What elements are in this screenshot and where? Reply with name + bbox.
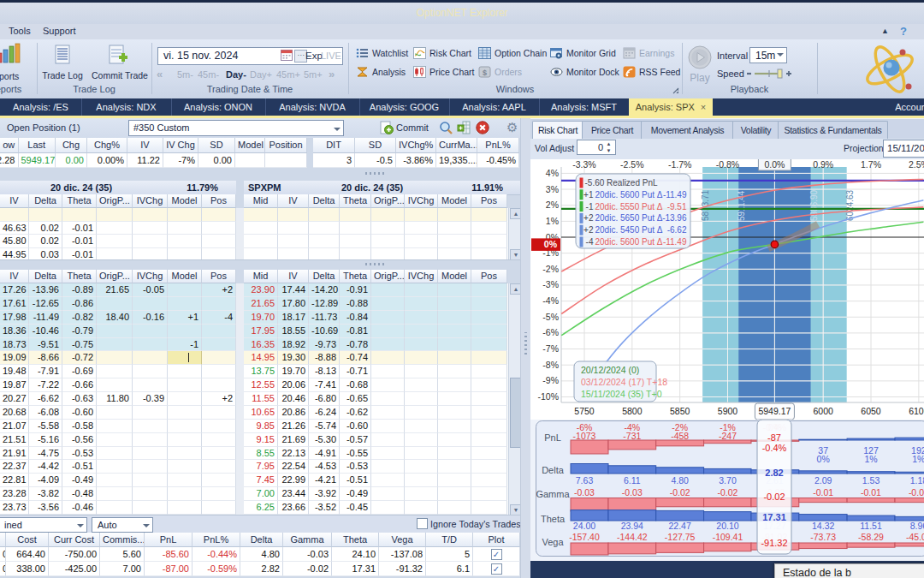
nav-step-5m[interactable]: 5m- bbox=[177, 69, 193, 80]
chain-cell: -0.71 bbox=[340, 365, 371, 378]
ribbon-collapse-icon[interactable]: ▲ bbox=[881, 27, 893, 35]
chain-cell bbox=[97, 406, 133, 420]
chain-cell: 21.69 bbox=[278, 433, 309, 447]
analysis-button[interactable]: Analysis bbox=[372, 67, 406, 77]
ribbon-group-separator bbox=[817, 43, 818, 94]
nav-step-Day[interactable]: Day- bbox=[226, 69, 246, 80]
tab-statistics-fundamentals[interactable]: Statistics & Fundamentals bbox=[778, 121, 888, 139]
chain-cell bbox=[471, 474, 507, 487]
tab-analysis-ndx[interactable]: Analysis: NDX bbox=[81, 98, 172, 116]
delete-icon[interactable] bbox=[476, 121, 489, 134]
summary-splitter[interactable] bbox=[0, 168, 520, 178]
strategy-select[interactable]: #350 Custom bbox=[128, 120, 344, 136]
menu-item-support[interactable]: Support bbox=[43, 26, 76, 36]
calendar-icon[interactable] bbox=[281, 50, 293, 61]
plot-checkbox-icon[interactable]: ✓ bbox=[491, 563, 502, 575]
tab-volatility[interactable]: Volatility bbox=[732, 121, 779, 139]
svg-text:-10%: -10% bbox=[537, 391, 559, 402]
menu-item-tools[interactable]: Tools bbox=[9, 26, 31, 36]
upper-chain-scrollbar[interactable]: ▲▼ bbox=[508, 208, 521, 259]
chain-cell: 18.92 bbox=[278, 338, 309, 352]
tab-analysis-spx[interactable]: Analysis: SPX× bbox=[629, 98, 713, 116]
commit-trade-button[interactable]: Commit Trade bbox=[90, 70, 150, 80]
chain-cell: 10.65 bbox=[244, 406, 278, 420]
spin-down-icon[interactable]: ▼ bbox=[604, 147, 613, 154]
position-mode-select[interactable]: ined bbox=[0, 517, 87, 533]
chain-cell bbox=[371, 283, 405, 297]
trades-cell-c0: 0 bbox=[0, 547, 6, 562]
tab-close-icon[interactable]: × bbox=[701, 102, 706, 112]
checkbox-icon[interactable] bbox=[417, 518, 428, 529]
account-label[interactable]: Account bbox=[895, 98, 924, 116]
svg-text:-3.3%: -3.3% bbox=[572, 159, 595, 170]
tab-analysis-msft[interactable]: Analysis: MSFT bbox=[539, 98, 630, 116]
svg-text:1%: 1% bbox=[546, 216, 559, 226]
svg-text:-247: -247 bbox=[719, 431, 737, 441]
lower-chain-scrollbar[interactable]: ▲▼ bbox=[508, 283, 521, 515]
spin-up-icon[interactable]: ▲ bbox=[604, 140, 613, 147]
nav-step-45m[interactable]: 45m- bbox=[198, 69, 219, 80]
chain-cell bbox=[202, 365, 236, 378]
risk-chart[interactable]: 5873.715911.445986.906024.63-5.60 Realiz… bbox=[530, 159, 924, 420]
greek-bar bbox=[895, 498, 924, 503]
tab-analysis-onon[interactable]: Analysis: ONON bbox=[171, 98, 266, 116]
tab-movement-analysis[interactable]: Movement Analysis bbox=[641, 121, 734, 139]
trading-date-field[interactable]: vi. 15 nov. 2024⋯ExpLIVE bbox=[157, 47, 343, 65]
chain-cell: -4.91 bbox=[309, 447, 340, 461]
exp-button[interactable]: Exp bbox=[305, 51, 323, 61]
monitor-grid-button[interactable]: Monitor Grid bbox=[566, 48, 616, 58]
trades-cell-pnlpct: -0.59% bbox=[192, 562, 240, 576]
tab-risk-chart[interactable]: Risk Chart bbox=[532, 121, 583, 140]
search-icon[interactable] bbox=[439, 121, 453, 134]
live-button[interactable]: LIVE bbox=[321, 51, 341, 61]
step-forward-icon[interactable]: » bbox=[329, 68, 342, 80]
ignore-trades-checkbox[interactable] bbox=[417, 518, 428, 529]
chain-cell: -14.20 bbox=[309, 283, 340, 297]
play-button[interactable] bbox=[688, 45, 712, 69]
tab-price-chart[interactable]: Price Chart bbox=[582, 121, 643, 139]
chain-cell bbox=[202, 378, 236, 392]
price-chart-icon bbox=[413, 66, 427, 79]
export-grid-icon[interactable] bbox=[457, 121, 471, 134]
monitor-dock-button[interactable]: Monitor Dock bbox=[566, 67, 619, 77]
tab-analysis-goog[interactable]: Analysis: GOOG bbox=[359, 98, 450, 116]
option-chain-button[interactable]: Option Chain bbox=[495, 48, 547, 58]
nav-step-5m[interactable]: 5m+ bbox=[304, 69, 323, 80]
plot-checkbox-icon[interactable]: ✓ bbox=[491, 549, 502, 560]
speed-slider[interactable] bbox=[746, 69, 794, 79]
rss-feed-button[interactable]: RSS Feed bbox=[639, 67, 680, 77]
commit-icon[interactable] bbox=[380, 121, 394, 134]
monitor-dock-icon bbox=[550, 66, 564, 79]
upper-right-header-OrigP: OrigP... bbox=[371, 194, 405, 208]
chain-cell: -0.69 bbox=[62, 365, 97, 378]
watchlist-button[interactable]: Watchlist bbox=[372, 48, 408, 58]
chain-cell bbox=[97, 447, 133, 461]
projection-date-field[interactable]: 15/11/2024 bbox=[883, 140, 924, 158]
step-back-icon[interactable]: « bbox=[157, 68, 170, 80]
trade-log-button[interactable]: Trade Log bbox=[34, 70, 91, 80]
commit-button[interactable]: Commit bbox=[396, 122, 429, 133]
chain-cell: -3.92 bbox=[309, 487, 340, 501]
help-icon[interactable]: ? bbox=[900, 25, 907, 38]
nav-step-Day[interactable]: Day+ bbox=[250, 69, 272, 80]
chain-cell: 12.55 bbox=[244, 378, 278, 392]
upper-left-cell bbox=[202, 235, 236, 248]
trades-cell-theta: 17.31 bbox=[332, 562, 379, 576]
price-chart-button[interactable]: Price Chart bbox=[429, 67, 475, 77]
risk-panel-tabs: Risk ChartPrice ChartMovement AnalysisVo… bbox=[530, 119, 924, 140]
auto-select[interactable]: Auto bbox=[92, 517, 153, 533]
chain-cell: -6.80 bbox=[309, 392, 340, 406]
windows-dialog-launcher-icon[interactable] bbox=[672, 86, 679, 92]
chain-cell bbox=[97, 365, 133, 378]
interval-select[interactable]: 15m bbox=[749, 47, 787, 63]
settings-gear-icon[interactable]: ⚙ bbox=[506, 120, 520, 134]
tab-analysis-es[interactable]: Analysis: /ES bbox=[0, 98, 82, 116]
interval-dropdown-arrow-icon bbox=[777, 53, 784, 57]
vol-adjust-spin-buttons[interactable]: ▲▼ bbox=[604, 140, 613, 154]
reports-button[interactable]: Reports bbox=[0, 71, 29, 81]
chain-cell bbox=[438, 325, 471, 338]
nav-step-45m[interactable]: 45m+ bbox=[276, 69, 300, 80]
tab-analysis-aapl[interactable]: Analysis: AAPL bbox=[449, 98, 540, 116]
tab-analysis-nvda[interactable]: Analysis: NVDA bbox=[265, 98, 360, 116]
risk-chart-button[interactable]: Risk Chart bbox=[429, 48, 471, 58]
